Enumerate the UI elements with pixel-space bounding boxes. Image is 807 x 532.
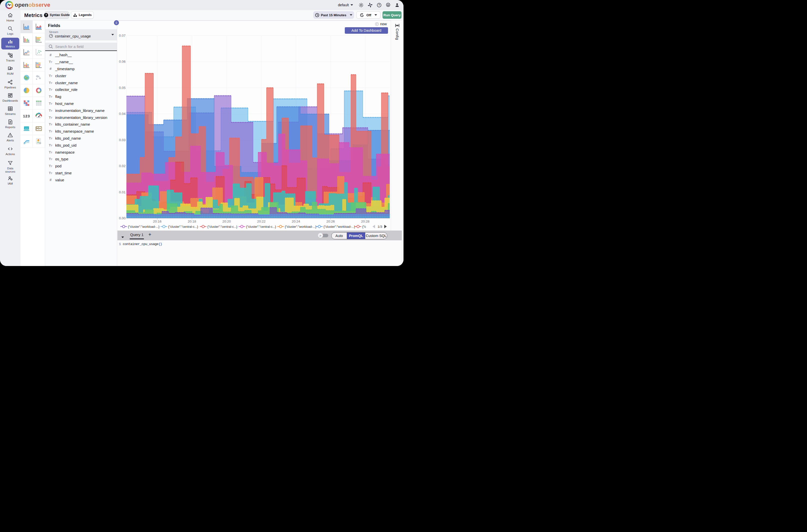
svg-text:{"cluster”:"workload-...}: {"cluster”:"workload-...} (323, 225, 355, 229)
svg-text:0.02: 0.02 (119, 164, 126, 168)
svg-text:20:16: 20:16 (153, 220, 162, 223)
svg-text:20:18: 20:18 (188, 220, 196, 223)
svg-text:0.04: 0.04 (119, 112, 126, 116)
svg-text:20:22: 20:22 (257, 220, 266, 223)
svg-text:1/3: 1/3 (377, 225, 382, 229)
svg-text:20:28: 20:28 (361, 220, 370, 223)
svg-text:20:24: 20:24 (292, 220, 300, 223)
svg-text:{"cluster”:"workload-...}: {"cluster”:"workload-...} (128, 225, 159, 229)
svg-text:{"cluster”:"central-c...}: {"cluster”:"central-c...} (246, 225, 276, 229)
svg-text:20:20: 20:20 (222, 220, 231, 223)
svg-text:{"cluster”:"central-c...}: {"cluster”:"central-c...} (168, 225, 198, 229)
svg-text:0.03: 0.03 (119, 138, 126, 142)
svg-text:0.05: 0.05 (119, 86, 126, 90)
svg-text:{"c: {"c (362, 225, 366, 229)
svg-text:0.00: 0.00 (119, 216, 126, 220)
svg-text:0.07: 0.07 (119, 34, 126, 37)
svg-text:</>: </> (25, 127, 28, 129)
svg-text:0.01: 0.01 (119, 190, 126, 194)
svg-text:20:26: 20:26 (326, 220, 335, 223)
svg-text:{"cluster”:"workload-...}: {"cluster”:"workload-...} (285, 225, 316, 229)
svg-text:{"cluster”:"central-c...}: {"cluster”:"central-c...} (207, 225, 237, 229)
svg-text:0.06: 0.06 (119, 60, 126, 63)
svg-text:?: ? (378, 3, 380, 6)
